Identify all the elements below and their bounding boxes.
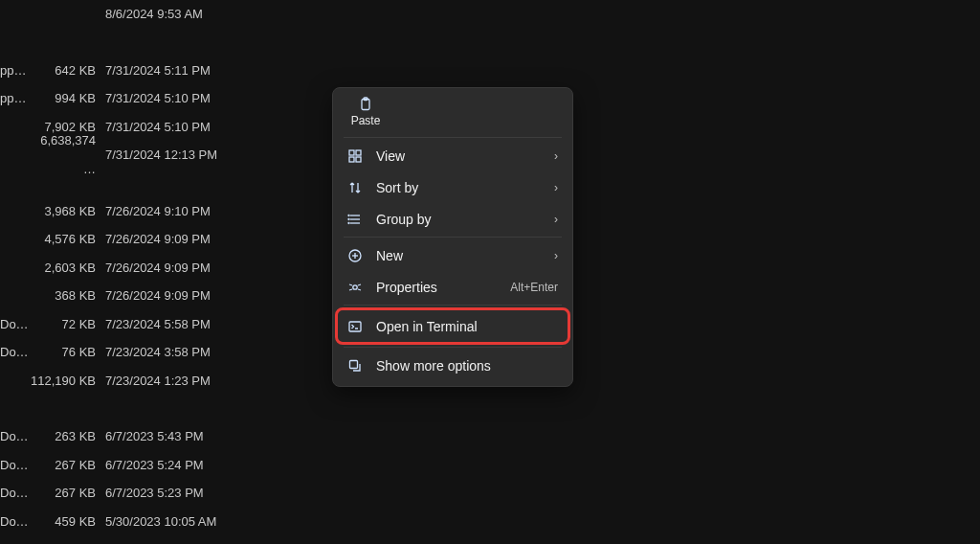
- file-size-cell: 2,603 KB: [29, 254, 105, 283]
- file-name-cell: Do…: [0, 535, 29, 544]
- menu-show-more-options[interactable]: Show more options: [338, 350, 568, 381]
- svg-point-9: [348, 215, 349, 215]
- menu-sort-by[interactable]: Sort by ›: [338, 171, 568, 203]
- menu-group-label: Group by: [376, 212, 541, 227]
- chevron-right-icon: ›: [554, 249, 558, 262]
- svg-rect-17: [350, 360, 358, 368]
- file-size-cell: 267 KB: [29, 479, 105, 508]
- svg-rect-2: [349, 150, 354, 155]
- menu-properties[interactable]: Properties Alt+Enter: [338, 271, 568, 303]
- file-name-cell: pp…: [0, 57, 29, 85]
- chevron-right-icon: ›: [554, 149, 558, 163]
- file-size-cell: 6,638,374 …: [29, 126, 105, 183]
- table-row[interactable]: pp…642 KB7/31/2024 5:11 PM: [0, 57, 980, 85]
- file-size-cell: 994 KB: [29, 84, 105, 113]
- table-row: [0, 29, 980, 57]
- file-size-cell: 267 KB: [29, 451, 105, 480]
- file-date-cell: 7/26/2024 9:09 PM: [105, 225, 249, 254]
- file-name-cell: Do…: [0, 508, 29, 536]
- svg-rect-4: [349, 157, 354, 162]
- file-size-cell: 642 KB: [29, 57, 105, 85]
- svg-point-15: [353, 284, 357, 288]
- separator: [344, 237, 562, 238]
- table-row[interactable]: Do…459 KB5/30/2023 10:03 AM: [0, 535, 980, 544]
- table-row[interactable]: Do…267 KB6/7/2023 5:24 PM: [0, 451, 980, 480]
- table-row[interactable]: Do…263 KB6/7/2023 5:43 PM: [0, 422, 980, 451]
- separator: [344, 347, 562, 348]
- context-menu: Paste View › Sort by › Group by › New ›: [332, 87, 573, 387]
- svg-rect-16: [349, 322, 361, 331]
- file-size-cell: 72 KB: [29, 310, 105, 339]
- sort-icon: [347, 180, 363, 195]
- group-icon: [347, 212, 363, 227]
- file-name-cell: Do…: [0, 338, 29, 367]
- separator: [344, 137, 562, 138]
- file-name-cell: Do…: [0, 422, 29, 451]
- menu-group-by[interactable]: Group by ›: [338, 203, 568, 235]
- file-date-cell: 6/7/2023 5:43 PM: [105, 422, 249, 451]
- file-size-cell: 459 KB: [29, 535, 105, 544]
- file-size-cell: 4,576 KB: [29, 225, 105, 254]
- menu-new-label: New: [376, 248, 541, 263]
- file-date-cell: 7/31/2024 12:13 PM: [105, 141, 249, 170]
- menu-view[interactable]: View ›: [338, 140, 568, 171]
- file-date-cell: 6/7/2023 5:24 PM: [105, 451, 249, 480]
- chevron-right-icon: ›: [554, 181, 558, 194]
- file-date-cell: 5/30/2023 10:03 AM: [105, 535, 249, 544]
- file-date-cell: 7/26/2024 9:10 PM: [105, 197, 249, 226]
- menu-view-label: View: [376, 148, 541, 164]
- file-date-cell: 7/26/2024 9:09 PM: [105, 254, 249, 283]
- svg-point-11: [348, 222, 349, 223]
- view-icon: [347, 148, 363, 164]
- file-size-cell: 368 KB: [29, 282, 105, 310]
- svg-point-10: [348, 218, 349, 219]
- table-row[interactable]: Do…459 KB5/30/2023 10:05 AM: [0, 508, 980, 536]
- new-icon: [347, 248, 363, 263]
- file-date-cell: 7/23/2024 5:58 PM: [105, 310, 249, 339]
- paste-icon: [358, 97, 373, 112]
- file-name-cell: Do…: [0, 479, 29, 508]
- paste-label: Paste: [351, 114, 381, 127]
- menu-properties-shortcut: Alt+Enter: [510, 281, 558, 294]
- properties-icon: [347, 280, 363, 295]
- file-date-cell: 7/26/2024 9:09 PM: [105, 282, 249, 310]
- file-date-cell: 7/23/2024 3:58 PM: [105, 338, 249, 367]
- file-size-cell: 459 KB: [29, 508, 105, 536]
- separator: [344, 305, 562, 306]
- file-date-cell: 8/6/2024 9:53 AM: [105, 0, 249, 29]
- file-date-cell: 7/31/2024 5:11 PM: [105, 57, 249, 85]
- terminal-icon: [347, 319, 363, 334]
- table-row[interactable]: 8/6/2024 9:53 AM: [0, 0, 980, 29]
- context-menu-top-row: Paste: [338, 93, 568, 135]
- file-date-cell: 5/30/2023 10:05 AM: [105, 508, 249, 536]
- menu-sort-label: Sort by: [376, 180, 541, 195]
- paste-button[interactable]: Paste: [344, 97, 388, 127]
- menu-new[interactable]: New ›: [338, 239, 568, 271]
- svg-rect-5: [356, 157, 361, 162]
- file-size-cell: 76 KB: [29, 338, 105, 367]
- file-name-cell: Do…: [0, 451, 29, 480]
- menu-open-terminal-label: Open in Terminal: [376, 319, 558, 334]
- file-size-cell: 3,968 KB: [29, 197, 105, 226]
- table-row[interactable]: Do…267 KB6/7/2023 5:23 PM: [0, 479, 980, 508]
- chevron-right-icon: ›: [554, 213, 558, 226]
- more-options-icon: [347, 358, 363, 374]
- menu-open-in-terminal[interactable]: Open in Terminal: [335, 307, 570, 345]
- file-date-cell: 7/23/2024 1:23 PM: [105, 367, 249, 396]
- menu-more-label: Show more options: [376, 358, 558, 374]
- file-date-cell: 7/31/2024 5:10 PM: [105, 84, 249, 113]
- file-name-cell: pp…: [0, 84, 29, 113]
- file-date-cell: 7/31/2024 5:10 PM: [105, 113, 249, 142]
- file-date-cell: 6/7/2023 5:23 PM: [105, 479, 249, 508]
- menu-properties-label: Properties: [376, 280, 497, 295]
- file-size-cell: 263 KB: [29, 422, 105, 451]
- table-row: [0, 395, 980, 422]
- svg-rect-0: [362, 100, 369, 110]
- file-size-cell: 112,190 KB: [29, 367, 105, 396]
- file-name-cell: Do…: [0, 310, 29, 339]
- svg-rect-3: [356, 150, 361, 155]
